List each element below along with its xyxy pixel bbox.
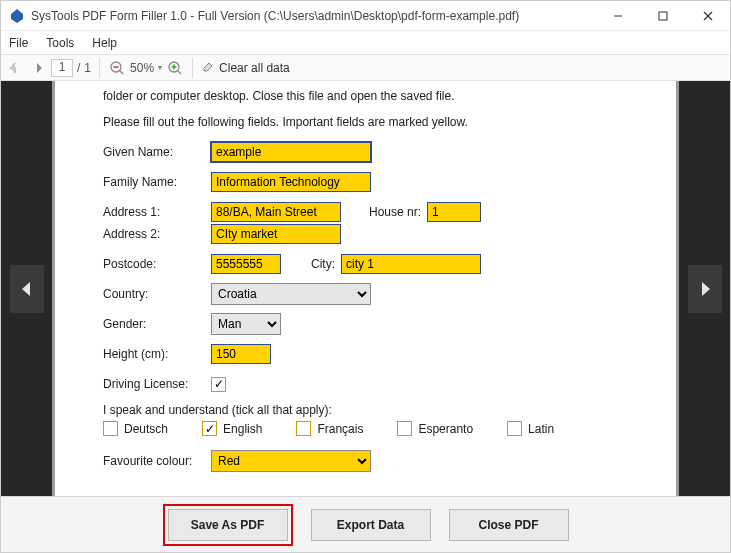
lang-deutsch-checkbox[interactable] <box>103 421 118 436</box>
address1-input[interactable] <box>211 202 341 222</box>
svg-line-5 <box>120 70 124 74</box>
prev-page-arrow-icon[interactable] <box>7 60 23 76</box>
country-select[interactable]: Croatia <box>211 283 371 305</box>
toolbar: 1 / 1 50% ▾ Clear all data <box>1 55 730 81</box>
save-as-pdf-button[interactable]: Save As PDF <box>168 509 288 541</box>
label-postcode: Postcode: <box>103 257 211 271</box>
titlebar: SysTools PDF Form Filler 1.0 - Full Vers… <box>1 1 730 31</box>
height-input[interactable] <box>211 344 271 364</box>
label-driving: Driving License: <box>103 377 211 391</box>
label-lang-intro: I speak and understand (tick all that ap… <box>103 403 638 417</box>
lang-english-label: English <box>223 422 262 436</box>
close-pdf-button[interactable]: Close PDF <box>449 509 569 541</box>
lang-english-checkbox[interactable] <box>202 421 217 436</box>
zoom-in-icon[interactable] <box>166 59 184 77</box>
label-given-name: Given Name: <box>103 145 211 159</box>
lang-francais-label: Français <box>317 422 363 436</box>
eraser-icon <box>201 59 215 76</box>
zoom-dropdown-icon[interactable]: ▾ <box>158 63 162 72</box>
label-country: Country: <box>103 287 211 301</box>
right-strip <box>676 81 730 496</box>
svg-line-8 <box>178 70 182 74</box>
minimize-button[interactable] <box>595 1 640 31</box>
lang-francais-checkbox[interactable] <box>296 421 311 436</box>
close-window-button[interactable] <box>685 1 730 31</box>
driving-license-checkbox[interactable] <box>211 377 226 392</box>
zoom-value[interactable]: 50% <box>130 61 154 75</box>
label-house-nr: House nr: <box>369 205 421 219</box>
next-page-arrow-icon[interactable] <box>29 60 45 76</box>
bottom-bar: Save As PDF Export Data Close PDF <box>1 496 730 552</box>
lang-latin-label: Latin <box>528 422 554 436</box>
postcode-input[interactable] <box>211 254 281 274</box>
pdf-viewer: folder or computer desktop. Close this f… <box>1 81 730 496</box>
family-name-input[interactable] <box>211 172 371 192</box>
maximize-button[interactable] <box>640 1 685 31</box>
lang-latin-checkbox[interactable] <box>507 421 522 436</box>
zoom-out-icon[interactable] <box>108 59 126 77</box>
left-strip <box>1 81 55 496</box>
export-data-button[interactable]: Export Data <box>311 509 431 541</box>
page-sep: / <box>77 61 80 75</box>
hint-fill: Please fill out the following fields. Im… <box>103 115 638 129</box>
lang-deutsch-label: Deutsch <box>124 422 168 436</box>
label-gender: Gender: <box>103 317 211 331</box>
clear-label: Clear all data <box>219 61 290 75</box>
lang-esperanto-label: Esperanto <box>418 422 473 436</box>
app-icon <box>9 8 25 24</box>
lang-esperanto-checkbox[interactable] <box>397 421 412 436</box>
address2-input[interactable] <box>211 224 341 244</box>
svg-rect-1 <box>659 12 667 20</box>
page-total: 1 <box>84 61 91 75</box>
label-height: Height (cm): <box>103 347 211 361</box>
gender-select[interactable]: Man <box>211 313 281 335</box>
page-number-input[interactable]: 1 <box>51 59 73 77</box>
house-nr-input[interactable] <box>427 202 481 222</box>
label-address2: Address 2: <box>103 227 211 241</box>
label-address1: Address 1: <box>103 205 211 219</box>
menu-help[interactable]: Help <box>92 36 117 50</box>
menu-tools[interactable]: Tools <box>46 36 74 50</box>
clear-all-data-button[interactable]: Clear all data <box>201 59 290 76</box>
fav-colour-select[interactable]: Red <box>211 450 371 472</box>
save-pdf-highlight: Save As PDF <box>163 504 293 546</box>
hint-top: folder or computer desktop. Close this f… <box>103 89 638 103</box>
label-fav-colour: Favourite colour: <box>103 454 211 468</box>
scroll-right-button[interactable] <box>688 265 722 313</box>
menu-file[interactable]: File <box>9 36 28 50</box>
pdf-page: folder or computer desktop. Close this f… <box>55 81 676 496</box>
given-name-input[interactable] <box>211 142 371 162</box>
label-city: City: <box>311 257 335 271</box>
window-title: SysTools PDF Form Filler 1.0 - Full Vers… <box>31 9 595 23</box>
menubar: File Tools Help <box>1 31 730 55</box>
label-family-name: Family Name: <box>103 175 211 189</box>
scroll-left-button[interactable] <box>10 265 44 313</box>
city-input[interactable] <box>341 254 481 274</box>
